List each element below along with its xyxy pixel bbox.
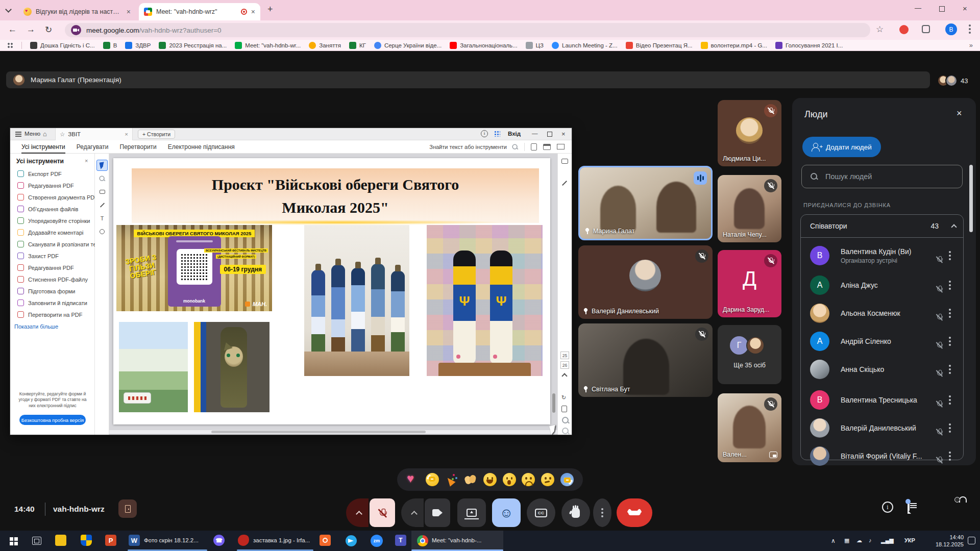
tile-more-participants[interactable]: Г Ще 35 осіб [718, 325, 781, 384]
tool-item[interactable]: Стиснення PDF-файлу [17, 276, 88, 283]
tray-cloud-icon[interactable]: ☁ [856, 537, 862, 544]
tool-item[interactable]: Заповнити й підписати [17, 299, 87, 306]
menu-all-tools[interactable]: Усі інструменти [21, 143, 65, 154]
chrome-icon[interactable] [416, 535, 429, 547]
participant-row[interactable]: В Валентина Кудін (Ви)Організатор зустрі… [810, 244, 958, 267]
teams-icon[interactable]: T [395, 535, 406, 546]
bookmark-item[interactable]: Заняття [309, 42, 341, 49]
stamp-tool[interactable] [96, 226, 108, 237]
tab-close-icon[interactable]: × [127, 8, 131, 16]
video-tile-svitlana[interactable]: Світлана Бут [578, 323, 713, 397]
draw-tool[interactable] [96, 199, 108, 211]
powerpoint-icon[interactable]: P [105, 535, 116, 546]
video-tile-nataliia[interactable]: Наталія Чепу... [718, 175, 781, 242]
apps-bento-icon[interactable] [494, 131, 500, 137]
bookmark-item[interactable]: КГ [349, 42, 366, 49]
word-window-label[interactable]: Фото скрін 18.12.2... [144, 537, 199, 543]
more-options-icon[interactable] [949, 427, 951, 429]
acrobat-close-icon[interactable]: × [561, 130, 566, 138]
bookmark-item[interactable]: Голосування 2021 І... [775, 42, 843, 49]
mic-options-button[interactable] [346, 498, 369, 527]
tool-item[interactable]: Експорт PDF [17, 170, 62, 177]
document-tab[interactable]: ☆ ЗВІТ × [55, 128, 133, 140]
participant-row[interactable]: Валерій Данилевський [810, 417, 958, 439]
tool-item[interactable]: Підготовка форми [17, 288, 76, 294]
viber-icon[interactable]: ☎ [213, 535, 225, 546]
comment-tool[interactable] [96, 186, 108, 197]
save-icon[interactable] [531, 143, 537, 151]
acrobat-menu-button[interactable]: Меню [24, 131, 40, 137]
more-options-icon[interactable] [949, 455, 951, 457]
add-people-button[interactable]: + Додати людей [802, 137, 881, 157]
hamburger-menu-icon[interactable] [15, 134, 21, 135]
mail-icon[interactable] [557, 144, 565, 149]
reaction-tears-of-joy[interactable] [483, 473, 497, 486]
search-people-input[interactable]: Пошук людей [801, 165, 963, 188]
document-vscrollbar[interactable] [552, 393, 555, 413]
comment-icon[interactable] [561, 159, 568, 164]
star-icon[interactable]: ☆ [60, 131, 65, 138]
breakout-room-icon[interactable] [118, 499, 137, 518]
menu-convert[interactable]: Перетворити [120, 143, 157, 151]
back-button[interactable]: ← [8, 24, 17, 35]
tools-panel-close-icon[interactable]: × [85, 158, 88, 164]
window-maximize-button[interactable] [939, 6, 945, 12]
tool-item[interactable]: Упорядковуйте сторінки [17, 217, 90, 224]
more-options-icon[interactable] [949, 368, 951, 370]
tab-close-icon[interactable]: × [125, 131, 128, 137]
raise-hand-button[interactable] [561, 498, 590, 527]
document-hscrollbar[interactable] [109, 430, 557, 434]
irfanview-icon[interactable] [238, 535, 249, 546]
word-icon[interactable]: W [129, 535, 140, 546]
captions-button[interactable]: CC [527, 498, 555, 527]
language-indicator[interactable]: УКР [904, 537, 915, 543]
menu-edit[interactable]: Редагувати [77, 143, 109, 151]
more-options-icon[interactable] [949, 399, 951, 401]
tool-item[interactable]: Редагування PDF [17, 182, 74, 189]
apps-grid-icon[interactable] [7, 42, 13, 48]
zoom-tool[interactable] [96, 173, 108, 184]
reaction-thumbs-down[interactable] [560, 473, 574, 486]
bookmark-item[interactable]: Відео Презентац Я... [626, 42, 693, 49]
address-bar[interactable]: meet.google.com/vah-hdnb-wrz?authuser=0 [65, 23, 870, 37]
taskbar-clock[interactable]: 14:4018.12.2025 [926, 534, 964, 548]
clipboard-icon[interactable] [561, 406, 567, 412]
more-options-icon[interactable] [949, 255, 951, 257]
tray-network-icon[interactable]: ▂▄▆ [881, 537, 894, 544]
antivirus-shield-icon[interactable] [81, 535, 92, 546]
participant-row[interactable]: Анна Скіцько [810, 358, 958, 381]
more-options-icon[interactable] [949, 312, 951, 314]
participant-count-cluster[interactable]: 43 [937, 74, 968, 87]
tab-search-icon[interactable] [5, 6, 12, 13]
camera-options-button[interactable] [401, 498, 424, 527]
reload-button[interactable]: ↻ [45, 24, 52, 35]
video-tile-valerii[interactable]: Валерій Данилевський [578, 245, 713, 319]
select-tool[interactable] [96, 160, 108, 171]
irfanview-window-label[interactable]: заставка 1.jpg - Irfa... [253, 537, 310, 543]
show-more-link[interactable]: Показати більше [14, 323, 58, 330]
mic-toggle-button[interactable] [370, 498, 395, 527]
tool-item[interactable]: Редагування PDF [17, 264, 74, 271]
reaction-party-popper[interactable] [445, 473, 458, 486]
tool-item[interactable]: Захист PDF [17, 253, 59, 259]
adblock-extension-icon[interactable] [899, 25, 909, 34]
panel-scrollbar[interactable] [969, 165, 973, 232]
tab-close-icon[interactable]: × [251, 8, 255, 16]
reaction-thumbs-up[interactable] [426, 473, 439, 486]
tool-item[interactable]: Сканувати й розпізнати те... [17, 241, 101, 247]
browser-menu-icon[interactable] [969, 23, 978, 30]
people-panel-close-icon[interactable]: × [957, 108, 962, 119]
bookmark-item[interactable]: Launch Meeting - Z... [552, 42, 618, 49]
participant-row[interactable]: В Валентина Тресницька [810, 389, 958, 411]
participant-row[interactable]: Віталій Форий (Vitaliy F... [810, 445, 958, 467]
video-tile-valentyna[interactable]: Вален... [718, 393, 781, 462]
bookmark-item[interactable]: B [103, 42, 117, 49]
bookmark-item[interactable]: ЗДВР [125, 42, 151, 49]
tray-expand-chevron[interactable]: ∧ [831, 537, 836, 544]
window-close-button[interactable]: × [963, 4, 967, 13]
zoom-icon[interactable]: zm [371, 535, 383, 547]
page-number[interactable]: 25 [560, 352, 569, 359]
end-call-button[interactable] [617, 498, 652, 527]
task-view-icon[interactable] [31, 535, 43, 547]
start-button[interactable] [7, 535, 19, 547]
